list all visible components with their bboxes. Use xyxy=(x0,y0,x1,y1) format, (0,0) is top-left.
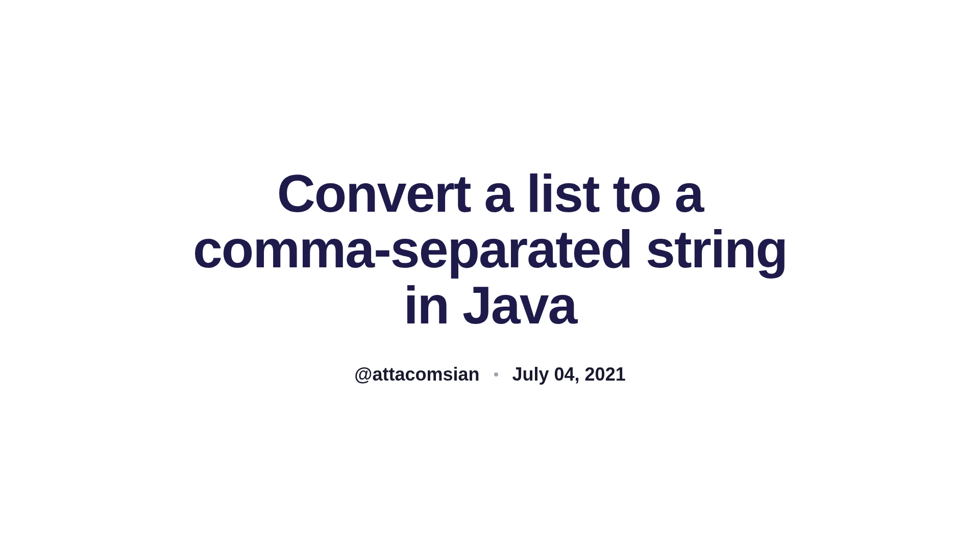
meta-separator-icon xyxy=(494,372,498,377)
article-author: @attacomsian xyxy=(354,364,479,385)
article-meta: @attacomsian July 04, 2021 xyxy=(354,364,625,385)
article-date: July 04, 2021 xyxy=(512,364,626,385)
article-title: Convert a list to a comma-separated stri… xyxy=(184,166,796,333)
article-header: Convert a list to a comma-separated stri… xyxy=(184,166,796,385)
